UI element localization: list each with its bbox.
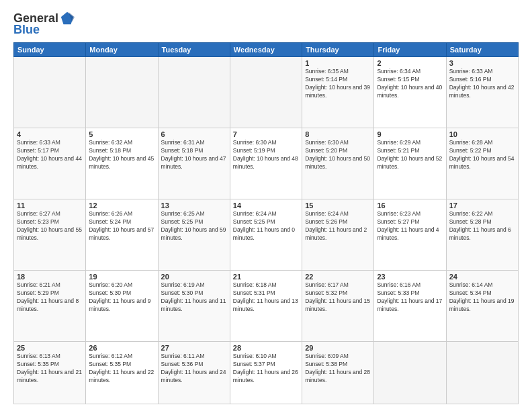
day-info: Sunrise: 6:26 AMSunset: 5:24 PMDaylight:… <box>89 210 154 242</box>
day-cell: 29Sunrise: 6:09 AMSunset: 5:38 PMDayligh… <box>302 341 374 404</box>
day-cell: 20Sunrise: 6:19 AMSunset: 5:30 PMDayligh… <box>158 270 230 341</box>
day-number: 6 <box>161 130 227 138</box>
day-cell: 9Sunrise: 6:29 AMSunset: 5:21 PMDaylight… <box>374 128 446 199</box>
day-number: 16 <box>377 201 443 210</box>
day-cell <box>446 341 518 404</box>
day-cell: 13Sunrise: 6:25 AMSunset: 5:25 PMDayligh… <box>158 199 230 270</box>
day-number: 24 <box>449 273 515 281</box>
day-number: 15 <box>305 201 371 210</box>
day-cell: 18Sunrise: 6:21 AMSunset: 5:29 PMDayligh… <box>14 270 86 341</box>
day-number: 29 <box>305 344 371 352</box>
day-number: 9 <box>377 130 443 138</box>
day-cell: 23Sunrise: 6:16 AMSunset: 5:33 PMDayligh… <box>374 270 446 341</box>
week-row: 25Sunrise: 6:13 AMSunset: 5:35 PMDayligh… <box>14 341 519 404</box>
day-cell: 4Sunrise: 6:33 AMSunset: 5:17 PMDaylight… <box>14 128 86 199</box>
day-info: Sunrise: 6:13 AMSunset: 5:35 PMDaylight:… <box>17 353 83 385</box>
day-info: Sunrise: 6:14 AMSunset: 5:34 PMDaylight:… <box>449 281 515 314</box>
day-info: Sunrise: 6:24 AMSunset: 5:26 PMDaylight:… <box>305 210 371 242</box>
day-info: Sunrise: 6:17 AMSunset: 5:32 PMDaylight:… <box>305 281 371 314</box>
week-row: 18Sunrise: 6:21 AMSunset: 5:29 PMDayligh… <box>14 270 519 341</box>
day-number: 3 <box>449 59 515 67</box>
day-number: 22 <box>305 273 371 281</box>
logo-blue: Blue <box>13 23 40 37</box>
day-info: Sunrise: 6:28 AMSunset: 5:22 PMDaylight:… <box>449 139 515 171</box>
day-number: 10 <box>449 130 515 138</box>
day-cell: 17Sunrise: 6:22 AMSunset: 5:28 PMDayligh… <box>446 199 518 270</box>
day-cell: 19Sunrise: 6:20 AMSunset: 5:30 PMDayligh… <box>86 270 158 341</box>
week-row: 11Sunrise: 6:27 AMSunset: 5:23 PMDayligh… <box>14 199 519 270</box>
weekday-header: Tuesday <box>158 43 230 57</box>
day-number: 4 <box>17 130 83 138</box>
day-number: 14 <box>233 201 299 210</box>
day-number: 5 <box>89 130 154 138</box>
logo-icon <box>60 11 75 26</box>
day-info: Sunrise: 6:35 AMSunset: 5:14 PMDaylight:… <box>305 68 371 100</box>
day-cell <box>158 57 230 128</box>
day-cell: 16Sunrise: 6:23 AMSunset: 5:27 PMDayligh… <box>374 199 446 270</box>
day-cell: 5Sunrise: 6:32 AMSunset: 5:18 PMDaylight… <box>86 128 158 199</box>
day-number: 12 <box>89 201 154 210</box>
day-number: 27 <box>161 344 227 352</box>
day-number: 2 <box>377 59 443 67</box>
day-info: Sunrise: 6:32 AMSunset: 5:18 PMDaylight:… <box>89 139 154 171</box>
day-cell <box>86 57 158 128</box>
day-number: 20 <box>161 273 227 281</box>
day-number: 23 <box>377 273 443 281</box>
day-info: Sunrise: 6:33 AMSunset: 5:16 PMDaylight:… <box>449 68 515 100</box>
day-number: 13 <box>161 201 227 210</box>
day-cell: 2Sunrise: 6:34 AMSunset: 5:15 PMDaylight… <box>374 57 446 128</box>
day-info: Sunrise: 6:16 AMSunset: 5:33 PMDaylight:… <box>377 281 443 314</box>
week-row: 4Sunrise: 6:33 AMSunset: 5:17 PMDaylight… <box>14 128 519 199</box>
day-cell: 3Sunrise: 6:33 AMSunset: 5:16 PMDaylight… <box>446 57 518 128</box>
day-info: Sunrise: 6:20 AMSunset: 5:30 PMDaylight:… <box>89 281 154 314</box>
weekday-header: Thursday <box>302 43 374 57</box>
page: General Blue SundayMondayTuesdayWednesda… <box>0 0 532 411</box>
day-info: Sunrise: 6:27 AMSunset: 5:23 PMDaylight:… <box>17 210 83 242</box>
day-cell: 22Sunrise: 6:17 AMSunset: 5:32 PMDayligh… <box>302 270 374 341</box>
weekday-header: Sunday <box>14 43 86 57</box>
day-cell: 15Sunrise: 6:24 AMSunset: 5:26 PMDayligh… <box>302 199 374 270</box>
day-cell <box>230 57 302 128</box>
day-info: Sunrise: 6:22 AMSunset: 5:28 PMDaylight:… <box>449 210 515 242</box>
day-cell: 10Sunrise: 6:28 AMSunset: 5:22 PMDayligh… <box>446 128 518 199</box>
day-cell: 21Sunrise: 6:18 AMSunset: 5:31 PMDayligh… <box>230 270 302 341</box>
day-number: 8 <box>305 130 371 138</box>
day-cell: 1Sunrise: 6:35 AMSunset: 5:14 PMDaylight… <box>302 57 374 128</box>
day-cell: 11Sunrise: 6:27 AMSunset: 5:23 PMDayligh… <box>14 199 86 270</box>
day-info: Sunrise: 6:11 AMSunset: 5:36 PMDaylight:… <box>161 353 227 385</box>
day-cell: 24Sunrise: 6:14 AMSunset: 5:34 PMDayligh… <box>446 270 518 341</box>
day-cell: 25Sunrise: 6:13 AMSunset: 5:35 PMDayligh… <box>14 341 86 404</box>
day-number: 1 <box>305 59 371 67</box>
weekday-header: Friday <box>374 43 446 57</box>
day-info: Sunrise: 6:31 AMSunset: 5:18 PMDaylight:… <box>161 139 227 171</box>
day-cell: 6Sunrise: 6:31 AMSunset: 5:18 PMDaylight… <box>158 128 230 199</box>
day-number: 7 <box>233 130 299 138</box>
day-info: Sunrise: 6:10 AMSunset: 5:37 PMDaylight:… <box>233 353 299 385</box>
day-info: Sunrise: 6:29 AMSunset: 5:21 PMDaylight:… <box>377 139 443 171</box>
day-number: 25 <box>17 344 83 352</box>
day-number: 21 <box>233 273 299 281</box>
day-info: Sunrise: 6:09 AMSunset: 5:38 PMDaylight:… <box>305 353 371 385</box>
day-number: 19 <box>89 273 154 281</box>
day-number: 17 <box>449 201 515 210</box>
header: General Blue <box>13 11 519 37</box>
day-cell: 28Sunrise: 6:10 AMSunset: 5:37 PMDayligh… <box>230 341 302 404</box>
day-info: Sunrise: 6:12 AMSunset: 5:35 PMDaylight:… <box>89 353 154 385</box>
day-number: 26 <box>89 344 154 352</box>
day-number: 28 <box>233 344 299 352</box>
day-cell: 12Sunrise: 6:26 AMSunset: 5:24 PMDayligh… <box>86 199 158 270</box>
day-info: Sunrise: 6:25 AMSunset: 5:25 PMDaylight:… <box>161 210 227 242</box>
day-info: Sunrise: 6:23 AMSunset: 5:27 PMDaylight:… <box>377 210 443 242</box>
weekday-header: Wednesday <box>230 43 302 57</box>
day-cell: 8Sunrise: 6:30 AMSunset: 5:20 PMDaylight… <box>302 128 374 199</box>
day-cell <box>14 57 86 128</box>
weekday-header: Saturday <box>446 43 518 57</box>
day-info: Sunrise: 6:24 AMSunset: 5:25 PMDaylight:… <box>233 210 299 242</box>
day-cell: 27Sunrise: 6:11 AMSunset: 5:36 PMDayligh… <box>158 341 230 404</box>
day-number: 11 <box>17 201 83 210</box>
weekday-header: Monday <box>86 43 158 57</box>
day-number: 18 <box>17 273 83 281</box>
day-cell: 7Sunrise: 6:30 AMSunset: 5:19 PMDaylight… <box>230 128 302 199</box>
day-info: Sunrise: 6:33 AMSunset: 5:17 PMDaylight:… <box>17 139 83 171</box>
week-row: 1Sunrise: 6:35 AMSunset: 5:14 PMDaylight… <box>14 57 519 128</box>
